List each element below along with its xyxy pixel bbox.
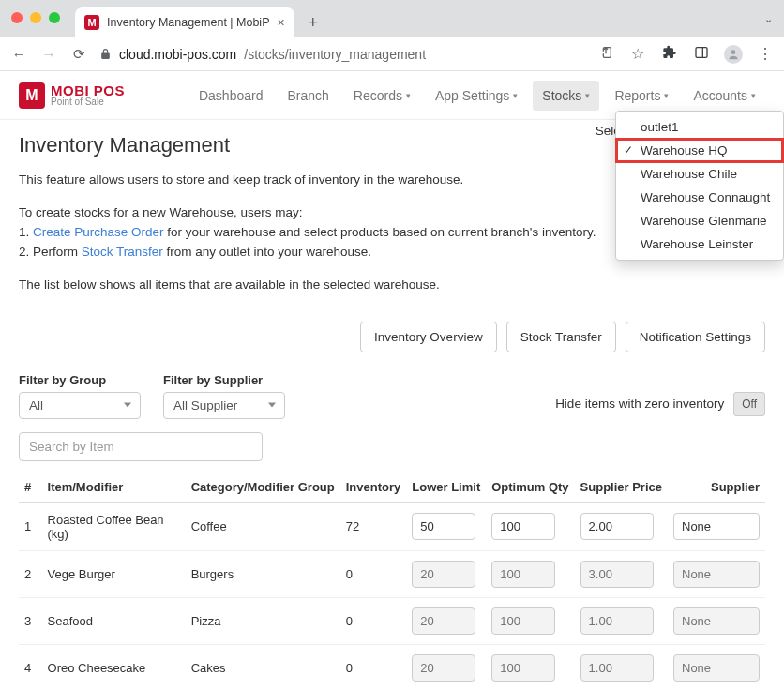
- hide-zero-toggle[interactable]: Off: [733, 392, 765, 416]
- chevron-down-icon: ▾: [406, 91, 411, 100]
- cell-inventory: 0: [340, 597, 407, 644]
- action-bar: Inventory Overview Stock Transfer Notifi…: [19, 322, 765, 352]
- warehouse-option[interactable]: Warehouse Chile: [616, 162, 783, 186]
- supplier-input[interactable]: [673, 513, 760, 540]
- check-icon: ✓: [624, 143, 633, 157]
- filter-group-select[interactable]: All: [19, 392, 141, 419]
- nav-item-dashboard[interactable]: Dashboard: [189, 81, 273, 111]
- browser-toolbar: ← → ⟳ cloud.mobi-pos.com/stocks/inventor…: [0, 37, 784, 71]
- nav-item-stocks[interactable]: Stocks▾: [533, 81, 599, 111]
- th-item: Item/Modifier: [42, 472, 186, 502]
- nav-item-reports[interactable]: Reports▾: [605, 81, 678, 111]
- cell-price: [575, 550, 668, 597]
- main-nav: DashboardBranchRecords▾App Settings▾Stoc…: [189, 81, 765, 111]
- warehouse-option-label: Warehouse Leinster: [641, 237, 753, 251]
- warehouse-option[interactable]: outlet1: [616, 115, 783, 139]
- filter-supplier-select[interactable]: All Supplier: [163, 392, 285, 419]
- cell-category: Pizza: [186, 597, 340, 644]
- search-row: [19, 432, 765, 461]
- url-path: /stocks/inventory_management: [244, 47, 426, 62]
- warehouse-option-label: Warehouse HQ: [641, 143, 728, 157]
- cell-optimum: [486, 502, 574, 551]
- lower-limit-input: [412, 607, 475, 635]
- cell-inventory: 0: [340, 644, 407, 689]
- chevron-down-icon: ▾: [751, 91, 756, 100]
- stock-transfer-button[interactable]: Stock Transfer: [506, 322, 616, 352]
- optimum-qty-input: [491, 607, 555, 635]
- nav-item-app-settings[interactable]: App Settings▾: [426, 81, 527, 111]
- th-optimum: Optimum Qty: [486, 472, 574, 502]
- cell-item: Oreo Cheesecake: [42, 644, 186, 689]
- table-row: 4Oreo CheesecakeCakes0: [19, 644, 765, 689]
- cell-category: Cakes: [186, 644, 340, 689]
- window-close-icon[interactable]: [11, 12, 23, 23]
- kebab-menu-icon[interactable]: ⋮: [756, 45, 775, 63]
- browser-tab[interactable]: M Inventory Management | MobiP ×: [75, 7, 294, 37]
- tab-close-icon[interactable]: ×: [277, 15, 284, 30]
- warehouse-dropdown[interactable]: outlet1✓Warehouse HQWarehouse ChileWareh…: [615, 111, 784, 261]
- cell-price: [575, 502, 668, 551]
- site-logo[interactable]: M MOBI POS Point of Sale: [19, 82, 125, 109]
- lower-limit-input: [412, 561, 475, 588]
- sidepanel-icon[interactable]: [692, 45, 711, 64]
- nav-item-records[interactable]: Records▾: [344, 81, 420, 111]
- logo-brand: MOBI POS: [51, 83, 125, 97]
- new-tab-button[interactable]: +: [300, 9, 326, 36]
- cell-index: 2: [19, 550, 42, 597]
- cell-lower: [406, 502, 486, 551]
- search-input[interactable]: [19, 432, 263, 461]
- link-stock-transfer[interactable]: Stock Transfer: [82, 245, 163, 259]
- lower-limit-input: [412, 654, 475, 682]
- supplier-price-input: [580, 654, 654, 682]
- warehouse-option[interactable]: ✓Warehouse HQ: [616, 139, 783, 162]
- tab-favicon-icon: M: [84, 15, 99, 30]
- cell-index: 3: [19, 597, 42, 644]
- supplier-input: [673, 654, 760, 682]
- intro-line-3: The list below shows all items that are …: [19, 276, 765, 295]
- cell-index: 4: [19, 644, 42, 689]
- cell-inventory: 72: [340, 502, 407, 551]
- chevron-down-icon: ▾: [585, 91, 590, 100]
- inventory-overview-button[interactable]: Inventory Overview: [360, 322, 497, 352]
- table-row: 3SeafoodPizza0: [19, 597, 765, 644]
- cell-supplier: [668, 644, 765, 689]
- cell-item: Seafood: [42, 597, 186, 644]
- warehouse-option-label: Warehouse Glenmarie: [641, 214, 767, 228]
- inventory-table: # Item/Modifier Category/Modifier Group …: [19, 472, 765, 689]
- nav-reload-icon[interactable]: ⟳: [69, 46, 88, 63]
- warehouse-option[interactable]: Warehouse Connaught: [616, 186, 783, 209]
- nav-forward-icon: →: [39, 46, 58, 62]
- table-row: 1Roasted Coffee Bean (kg)Coffee72: [19, 502, 765, 551]
- lower-limit-input[interactable]: [412, 513, 475, 540]
- link-create-purchase-order[interactable]: Create Purchase Order: [33, 225, 164, 239]
- th-index: #: [19, 472, 42, 502]
- warehouse-option[interactable]: Warehouse Leinster: [616, 232, 783, 256]
- th-lower: Lower Limit: [406, 472, 486, 502]
- supplier-price-input[interactable]: [580, 513, 654, 540]
- window-controls: [11, 12, 60, 23]
- share-icon[interactable]: [596, 45, 615, 64]
- table-row: 2Vege BurgerBurgers0: [19, 550, 765, 597]
- supplier-input: [673, 607, 760, 635]
- logo-badge-icon: M: [19, 82, 45, 109]
- nav-item-accounts[interactable]: Accounts▾: [684, 81, 765, 111]
- bookmark-icon[interactable]: ☆: [628, 45, 647, 63]
- window-zoom-icon[interactable]: [49, 12, 60, 23]
- cell-optimum: [486, 597, 574, 644]
- supplier-price-input: [580, 607, 654, 635]
- supplier-input: [673, 561, 760, 588]
- filter-group-label: Filter by Group: [19, 373, 141, 387]
- profile-avatar-icon[interactable]: [724, 45, 743, 64]
- extensions-icon[interactable]: [660, 45, 679, 64]
- nav-back-icon[interactable]: ←: [9, 46, 28, 62]
- warehouse-option[interactable]: Warehouse Glenmarie: [616, 209, 783, 232]
- address-bar[interactable]: cloud.mobi-pos.com/stocks/inventory_mana…: [99, 47, 585, 62]
- window-minimize-icon[interactable]: [30, 12, 41, 23]
- optimum-qty-input[interactable]: [491, 513, 555, 540]
- notification-settings-button[interactable]: Notification Settings: [626, 322, 765, 352]
- th-category: Category/Modifier Group: [186, 472, 340, 502]
- tab-list-icon[interactable]: ⌄: [764, 13, 773, 25]
- th-price: Supplier Price: [575, 472, 668, 502]
- filter-supplier-label: Filter by Supplier: [163, 373, 285, 387]
- nav-item-branch[interactable]: Branch: [278, 81, 338, 111]
